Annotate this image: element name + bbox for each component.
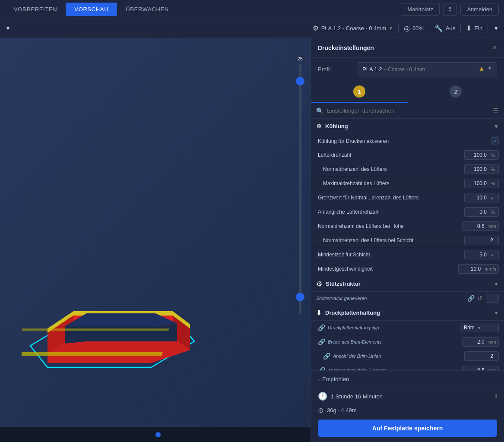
fan-height-input[interactable]	[463, 222, 486, 230]
3d-viewport[interactable]: 25	[0, 38, 311, 442]
value-brim-lines[interactable]	[464, 351, 499, 361]
tab-2[interactable]: 2	[408, 81, 504, 103]
slider-value-label: 25	[295, 55, 305, 62]
fan-layer-input[interactable]	[465, 236, 495, 245]
support-section-header[interactable]: ⚙ Stützstruktur ▼	[311, 276, 504, 292]
label-min-time: Mindestzeit für Schicht	[318, 252, 464, 258]
profile-dropdown[interactable]: PLA 1.2 – Coarse - 0.4mm ★ ▼	[358, 62, 497, 76]
value-fan-height[interactable]: mm	[462, 221, 499, 231]
initial-fan-unit: %	[488, 209, 497, 215]
value-fan-speed[interactable]: %	[464, 150, 499, 160]
adhesion-label: Ein	[474, 25, 482, 32]
value-threshold[interactable]: s	[464, 193, 499, 202]
main-layout: 25 Druckeinstellungen × Profil P	[0, 38, 504, 442]
support-title: Stützstruktur	[326, 281, 490, 287]
monitor-tab[interactable]: ÜBERWACHEN	[117, 3, 178, 16]
grid-icon-button[interactable]: ⠿	[443, 3, 457, 16]
time-label: 1 Stunde 16 Minuten	[331, 393, 383, 400]
adhesion-type-link-icon[interactable]: 🔗	[318, 324, 325, 331]
nav-tabs: VORBEREITEN VORSCHAU ÜBERWACHEN	[5, 3, 178, 16]
max-fan-input[interactable]	[465, 179, 488, 188]
brim-gap-input[interactable]	[463, 366, 486, 370]
star-icon[interactable]: ★	[479, 65, 485, 73]
brim-lines-input[interactable]	[465, 352, 495, 360]
slider-thumb-top[interactable]	[296, 77, 304, 85]
support-generate-checkbox[interactable]	[486, 294, 499, 303]
filter-icon[interactable]: ☰	[493, 107, 499, 115]
toolbar-expand[interactable]: ▼	[5, 25, 11, 32]
min-time-unit: s	[488, 252, 495, 257]
support-icon: 🔧	[434, 24, 443, 32]
brim-width-input[interactable]	[463, 338, 486, 346]
support-action-icons: 🔗 ↺	[467, 295, 482, 302]
adhesion-type-value: Brim	[464, 325, 475, 331]
normal-fan-unit: %	[488, 167, 497, 172]
marketplace-button[interactable]: Marktplatz	[401, 3, 440, 16]
prepare-tab[interactable]: VORBEREITEN	[5, 3, 66, 16]
login-button[interactable]: Anmelden	[460, 3, 499, 16]
adhesion-section-header[interactable]: ⬇ Druckplattenhaftung ▼	[311, 305, 504, 321]
label-adhesion-type: Druckplattenhaftungstyp	[328, 325, 460, 330]
profile-selector[interactable]: ⚙ PLA 1.2 - Coarse - 0.4mm ▼	[313, 24, 393, 32]
value-fan-layer[interactable]	[464, 236, 499, 245]
setting-normal-fan: Normaldrehzahl des Lüfters %	[311, 162, 504, 177]
min-speed-input[interactable]	[459, 265, 482, 273]
value-max-fan[interactable]: %	[464, 179, 499, 188]
brim-lines-link-icon[interactable]: 🔗	[323, 353, 330, 360]
time-info-icon[interactable]: ℹ	[495, 393, 497, 400]
support-toggle[interactable]: 🔧 Aus	[434, 24, 455, 32]
timeline-bar	[0, 426, 311, 442]
reset-action-icon[interactable]: ↺	[477, 295, 482, 302]
cooling-section-header[interactable]: ❄ Kühlung ▼	[311, 119, 504, 134]
timeline-dot[interactable]	[155, 432, 161, 437]
setting-fan-speed: Lüfterdrehzahl %	[311, 148, 504, 162]
toolbar-right-items: ⚙ PLA 1.2 - Coarse - 0.4mm ▼ ◎ 60% 🔧 Aus…	[313, 24, 499, 33]
value-normal-fan[interactable]: %	[464, 164, 499, 174]
value-brim-gap[interactable]: mm	[462, 366, 499, 370]
preview-tab[interactable]: VORSCHAU	[66, 3, 117, 16]
profile-expand-icon[interactable]: ▼	[487, 65, 492, 73]
recommend-button[interactable]: ‹ Empfohlen	[318, 374, 349, 384]
link-action-icon[interactable]: 🔗	[467, 295, 475, 302]
toolbar-expand-right[interactable]: ▼	[493, 25, 499, 32]
chevron-down-icon: ▼	[5, 25, 11, 32]
value-min-time[interactable]: s	[464, 250, 499, 259]
threshold-input[interactable]	[465, 193, 488, 202]
vertical-slider[interactable]: 25	[295, 55, 305, 314]
tab-2-circle: 2	[450, 85, 462, 98]
slider-thumb-bottom[interactable]	[296, 293, 304, 301]
brim-gap-link-icon[interactable]: 🔗	[318, 367, 325, 370]
setting-fan-layer: Normaldrehzahl des Lüfters bei Schicht	[311, 234, 504, 248]
toolbar-divider-3	[460, 24, 461, 33]
fan-speed-input[interactable]	[465, 151, 488, 159]
initial-fan-input[interactable]	[465, 208, 488, 216]
time-estimate-row: 🕐 1 Stunde 16 Minuten ℹ	[311, 388, 504, 404]
save-button[interactable]: Auf Festplatte speichern	[318, 420, 497, 437]
setting-threshold: Grenzwert für Normal...drehzahl des Lüft…	[311, 191, 504, 205]
value-brim-width[interactable]: mm	[462, 337, 499, 347]
quality-icon: ◎	[404, 24, 410, 32]
slider-track[interactable]	[299, 64, 301, 314]
right-panel: Druckeinstellungen × Profil PLA 1.2 – Co…	[311, 38, 504, 442]
adhesion-toggle[interactable]: ⬇ Ein	[466, 24, 482, 32]
adhesion-type-dropdown[interactable]: Brim ▼	[460, 323, 499, 332]
model-svg	[22, 242, 203, 372]
cooling-active-checkbox[interactable]: ✓	[491, 137, 499, 145]
tab-1[interactable]: 1	[311, 81, 408, 103]
toolbar-divider-2	[429, 24, 429, 33]
min-time-input[interactable]	[465, 250, 488, 259]
settings-content[interactable]: ❄ Kühlung ▼ Kühlung für Drucken aktivier…	[311, 119, 504, 370]
cooling-title: Kühlung	[325, 123, 490, 129]
time-estimate: 🕐 1 Stunde 16 Minuten	[318, 391, 490, 401]
search-input[interactable]	[327, 107, 489, 114]
toolbar: ▼ ⚙ PLA 1.2 - Coarse - 0.4mm ▼ ◎ 60% 🔧 A…	[0, 19, 504, 38]
setting-initial-fan: Anfängliche Lüfterdrehzahl %	[311, 205, 504, 219]
value-initial-fan[interactable]: %	[464, 207, 499, 217]
settings-panel: Druckeinstellungen × Profil PLA 1.2 – Co…	[311, 38, 504, 442]
value-min-speed[interactable]: mm/s	[458, 264, 499, 274]
profile-name: PLA 1.2	[362, 66, 382, 73]
panel-close-button[interactable]: ×	[492, 43, 497, 52]
quality-selector[interactable]: ◎ 60%	[404, 24, 424, 32]
brim-width-link-icon[interactable]: 🔗	[318, 338, 325, 345]
normal-fan-input[interactable]	[465, 165, 488, 174]
